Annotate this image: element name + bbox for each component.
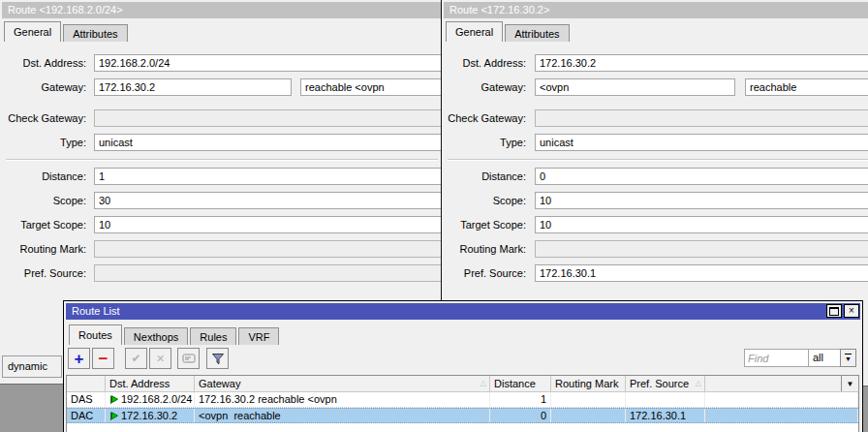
scope-label: Scope: bbox=[442, 192, 530, 209]
check-gateway-label: Check Gateway: bbox=[0, 109, 90, 127]
target-scope-label: Target Scope: bbox=[0, 216, 90, 233]
routing-mark-label: Routing Mark: bbox=[0, 240, 90, 258]
find-scope-combo[interactable]: all bbox=[808, 349, 844, 367]
table-row[interactable]: DAS 192.168.2.0/24 172.16.30.2 reachable… bbox=[67, 392, 858, 408]
tab-rules[interactable]: Rules bbox=[190, 327, 236, 345]
sort-icon: △ bbox=[480, 376, 486, 391]
route-table: Dst. Address Gateway△ Distance Routing M… bbox=[66, 375, 859, 432]
type-label: Type: bbox=[442, 134, 530, 151]
gateway-label: Gateway: bbox=[442, 78, 530, 96]
add-icon: + bbox=[75, 351, 84, 367]
route-routing-mark bbox=[551, 392, 626, 407]
distance-field[interactable]: 1 bbox=[94, 168, 442, 185]
gateway-status-field: reachable bbox=[745, 78, 868, 96]
check-gateway-label: Check Gateway: bbox=[442, 109, 530, 127]
col-filler bbox=[705, 376, 858, 391]
distance-field[interactable]: 0 bbox=[535, 168, 868, 185]
route-dst-address: 192.168.2.0/24 bbox=[106, 392, 195, 407]
col-distance[interactable]: Distance bbox=[490, 376, 551, 391]
scope-field[interactable]: 10 bbox=[535, 192, 868, 209]
enable-button[interactable]: ✔ bbox=[125, 348, 147, 369]
route-flag-icon bbox=[109, 412, 118, 420]
maximize-icon bbox=[829, 307, 839, 316]
gateway-status-field: reachable <ovpn bbox=[300, 78, 442, 96]
remove-button[interactable]: − bbox=[92, 348, 114, 369]
tab-attributes[interactable]: Attributes bbox=[505, 24, 569, 42]
sort-icon: △ bbox=[696, 376, 701, 391]
route-gateway: <ovpn reachable bbox=[195, 409, 490, 422]
tab-vrf[interactable]: VRF bbox=[238, 327, 279, 345]
distance-label: Distance: bbox=[0, 168, 90, 185]
gateway-label: Gateway: bbox=[0, 78, 90, 96]
check-gateway-field[interactable] bbox=[94, 109, 442, 127]
dst-address-field[interactable]: 172.16.30.2 bbox=[535, 54, 868, 72]
route-distance: 1 bbox=[490, 392, 551, 407]
dst-address-field[interactable]: 192.168.2.0/24 bbox=[94, 54, 442, 72]
find-input[interactable] bbox=[744, 349, 810, 367]
route-pref-source: 172.16.30.1 bbox=[626, 409, 705, 422]
target-scope-field[interactable]: 10 bbox=[94, 216, 442, 233]
pref-source-label: Pref. Source: bbox=[0, 264, 90, 282]
close-button[interactable]: × bbox=[844, 304, 859, 318]
chevron-down-icon: ▼ bbox=[845, 354, 852, 362]
disable-button[interactable]: ✕ bbox=[149, 348, 171, 369]
chevron-down-icon: ▼ bbox=[847, 380, 854, 388]
tab-routes[interactable]: Routes bbox=[69, 324, 122, 345]
pref-source-label: Pref. Source: bbox=[442, 264, 530, 282]
route-gateway: 172.16.30.2 reachable <ovpn bbox=[195, 392, 490, 407]
find-scope-dropdown-button[interactable]: ▼ bbox=[840, 349, 856, 367]
remove-icon: − bbox=[99, 351, 108, 367]
maximize-button[interactable] bbox=[826, 304, 842, 318]
route-distance: 0 bbox=[490, 409, 551, 422]
col-gateway[interactable]: Gateway△ bbox=[195, 376, 490, 391]
disable-icon: ✕ bbox=[156, 353, 165, 365]
route-routing-mark bbox=[551, 409, 626, 422]
tab-nexthops[interactable]: Nexthops bbox=[124, 327, 188, 345]
route-flags: DAC bbox=[67, 409, 106, 422]
window-titlebar[interactable]: Route <192.168.2.0/24> bbox=[2, 2, 442, 18]
col-routing-mark[interactable]: Routing Mark bbox=[551, 376, 626, 391]
pref-source-field[interactable]: 172.16.30.1 bbox=[535, 264, 868, 282]
route-dst-address: 172.16.30.2 bbox=[106, 409, 195, 422]
separator bbox=[448, 159, 868, 161]
target-scope-field[interactable]: 10 bbox=[535, 216, 868, 233]
tab-attributes[interactable]: Attributes bbox=[63, 24, 127, 42]
dst-address-label: Dst. Address: bbox=[0, 54, 90, 72]
col-pref-source[interactable]: Pref. Source△ bbox=[626, 376, 705, 391]
comment-button[interactable] bbox=[177, 348, 200, 369]
routing-mark-field[interactable] bbox=[94, 240, 442, 258]
enable-icon: ✔ bbox=[131, 352, 140, 365]
type-field[interactable]: unicast bbox=[94, 134, 442, 151]
target-scope-label: Target Scope: bbox=[442, 216, 530, 233]
route-flags: DAS bbox=[67, 392, 106, 407]
dst-address-label: Dst. Address: bbox=[442, 54, 530, 72]
check-gateway-field[interactable] bbox=[535, 109, 868, 127]
window-titlebar[interactable]: Route List bbox=[66, 303, 860, 320]
desktop: Route <192.168.2.0/24> General Attribute… bbox=[0, 0, 868, 432]
pref-source-field[interactable] bbox=[94, 264, 442, 282]
routing-mark-label: Routing Mark: bbox=[442, 240, 530, 258]
tab-general[interactable]: General bbox=[446, 21, 503, 42]
col-flags[interactable] bbox=[67, 376, 106, 391]
column-select-button[interactable]: ▼ bbox=[841, 376, 858, 391]
row-filler bbox=[705, 392, 858, 407]
add-button[interactable]: + bbox=[68, 348, 90, 369]
route-flag-icon bbox=[109, 395, 118, 404]
distance-label: Distance: bbox=[442, 168, 530, 185]
filter-funnel-icon bbox=[211, 353, 225, 365]
table-row[interactable]: DAC 172.16.30.2 <ovpn reachable 0 172.16… bbox=[67, 408, 858, 423]
window-titlebar[interactable]: Route <172.16.30.2> bbox=[444, 2, 868, 18]
comment-icon bbox=[182, 354, 196, 363]
tab-general[interactable]: General bbox=[4, 21, 61, 42]
type-label: Type: bbox=[0, 134, 90, 151]
routing-mark-field[interactable] bbox=[535, 240, 868, 258]
type-field[interactable]: unicast bbox=[535, 134, 868, 151]
scope-field[interactable]: 30 bbox=[94, 192, 442, 209]
col-dst-address[interactable]: Dst. Address bbox=[106, 376, 195, 391]
gateway-field[interactable]: 172.16.30.2 bbox=[94, 78, 292, 96]
scope-label: Scope: bbox=[0, 192, 90, 209]
separator bbox=[6, 159, 438, 161]
status-dynamic-label: dynamic bbox=[2, 355, 62, 378]
filter-button[interactable] bbox=[206, 348, 229, 369]
gateway-field[interactable]: <ovpn bbox=[535, 78, 735, 96]
